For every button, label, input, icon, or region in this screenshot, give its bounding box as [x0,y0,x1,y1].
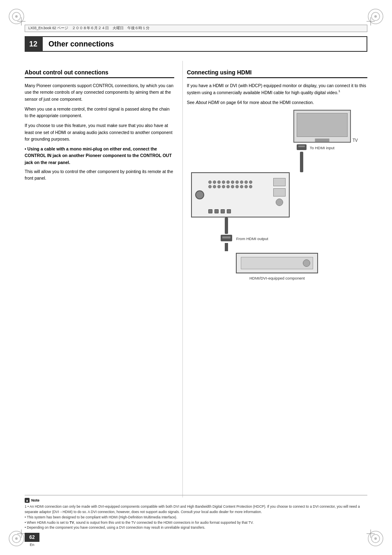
cable-top [300,152,303,172]
svg-rect-21 [298,146,305,147]
hdmi-diagram: TV To HDMI input [187,110,367,280]
main-content: About control out connections Many Pione… [25,61,367,497]
cable-top-wrapper [187,152,367,172]
av-bottom-connectors [208,209,231,213]
right-para2: See About HDMI on page 64 for more about… [187,99,367,106]
chapter-title: Other connections [42,36,367,52]
hdmi-component-section: HDMI/DVI-equipped component [236,253,318,280]
cable-bottom [225,217,228,234]
hdmi-component-box [236,253,318,273]
left-para3: If you choose to use this feature, you m… [25,122,174,142]
to-hdmi-row: To HDMI input [187,143,367,152]
cable-tail [225,243,228,251]
av-disc-left [195,190,204,199]
hdmi-plug-icon-bottom [220,234,233,243]
header-bar: LX03_En.book 62 ページ ２００８年６月２４日 火曜日 午後６時１… [25,25,367,32]
inner-cross-br [367,530,375,538]
inner-cross-tr [367,17,375,25]
component-label: HDMI/DVI-equipped component [249,276,305,280]
svg-rect-23 [222,236,231,238]
av-small-box-1 [273,178,286,186]
hdmi-component-inner [241,257,313,269]
inner-cross-bl [17,530,25,538]
chapter-number: 12 [25,36,42,52]
from-hdmi-label-wrapper: From HDMI output [236,236,268,241]
tv-label: TV [353,138,358,143]
av-receiver-box [191,172,290,217]
tv-stand [315,139,329,142]
av-small-box-2 [273,188,286,197]
left-para2: When you use a remote control, the contr… [25,106,174,119]
page-number-section: 62 En [25,533,39,547]
right-para1: If you have a HDMI or DVI (with HDCP) eq… [187,82,367,96]
hdmi-component-knob [303,259,310,267]
page-container: LX03_En.book 62 ページ ２００８年６月２４日 火曜日 午後６時１… [0,0,392,555]
chapter-title-section: 12 Other connections [25,36,367,52]
right-column: Connecting using HDMI If you have a HDMI… [182,61,367,497]
right-section-heading: Connecting using HDMI [187,69,367,78]
header-text: LX03_En.book 62 ページ ２００８年６月２４日 火曜日 午後６時１… [28,26,150,31]
inner-cross-tl [17,17,25,25]
to-hdmi-label: To HDMI input [310,146,334,150]
left-column: About control out connections Many Pione… [25,61,182,497]
tv-assembly [293,110,351,143]
note-text-1: 1 • An HDMI connection can only be made … [25,504,367,515]
cable-bottom-wrapper [220,217,233,251]
to-hdmi-connector-row: To HDMI input [296,143,334,152]
note-text-2: • This system has been designed to be co… [25,515,367,520]
from-hdmi-section: From HDMI output [187,217,367,251]
av-knob [276,199,283,206]
tv-screen [297,113,348,137]
note-heading: ▲ Note [25,498,367,503]
note-text-4: • Depending on the component you have co… [25,525,367,530]
av-receiver-row [187,172,367,217]
left-bullet-heading: • Using a cable with a mono mini-plug on… [25,146,174,166]
av-right-controls [273,178,286,206]
note-icon: ▲ [25,498,30,503]
page-lang: En [30,543,34,547]
tv-box [293,110,351,143]
note-text-3: • When HDMI Audio is set to TV, sound is… [25,520,367,525]
left-para1: Many Pioneer components support CONTROL … [25,82,174,102]
from-hdmi-label: From HDMI output [236,236,268,241]
hdmi-plug-icon-top [296,143,307,152]
av-dots-grid [208,180,252,188]
left-para4: This will allow you to control the other… [25,168,174,182]
page-number: 62 [25,533,39,542]
tv-label-wrapper: TV [351,130,367,143]
note-section: ▲ Note 1 • An HDMI connection can only b… [25,495,367,530]
tv-row: TV [187,110,367,143]
left-section-heading: About control out connections [25,69,174,78]
